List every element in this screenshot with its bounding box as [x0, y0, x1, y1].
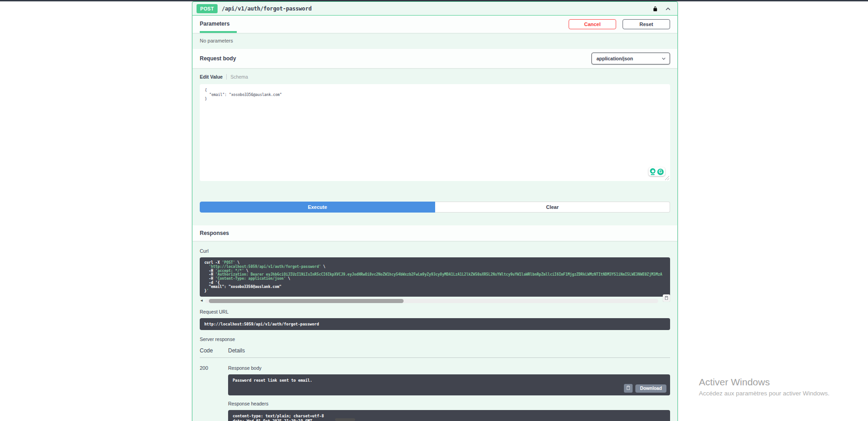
- headers-scrollbar-thumb[interactable]: [335, 418, 355, 421]
- tab-divider: [226, 74, 227, 80]
- tab-parameters[interactable]: Parameters: [200, 16, 237, 33]
- response-row: 200 Response body Password reset link se…: [200, 364, 670, 421]
- code-line: 'http://localhost:5059/api/v1/auth/forgo…: [204, 265, 666, 269]
- server-response-label: Server response: [200, 336, 670, 342]
- code-line: date: Wed,01 Oct 2025 21:30:19 GMT: [233, 419, 666, 421]
- request-url-label: Request URL: [200, 309, 670, 314]
- content-type-value: application/json: [596, 56, 633, 61]
- grammarly-widget[interactable]: [649, 167, 665, 176]
- copy-curl-button[interactable]: [663, 294, 670, 302]
- copy-response-button[interactable]: [624, 384, 633, 393]
- details-column-header: Details: [228, 347, 245, 354]
- lock-icon[interactable]: [653, 5, 658, 12]
- responses-title: Responses: [192, 225, 677, 241]
- download-button[interactable]: Download: [635, 384, 666, 393]
- code-line: }': [204, 289, 666, 293]
- curl-scrollbar-thumb[interactable]: [209, 299, 404, 303]
- chevron-down-icon: [661, 57, 666, 62]
- watermark-subtitle: Accédez aux paramètres pour activer Wind…: [699, 390, 830, 397]
- clipboard-icon: [664, 294, 669, 302]
- operation-header[interactable]: POST /api/v1/auth/forgot-password: [192, 2, 677, 16]
- watermark-title: Activer Windows: [699, 377, 830, 388]
- code-line: -H 'Content-Type: application/json' \: [204, 277, 666, 281]
- grammarly-icon[interactable]: [657, 169, 664, 175]
- request-body-title: Request body: [200, 55, 236, 62]
- request-body-editor[interactable]: { "email": "xosobo3356@auslank.com" }: [200, 84, 670, 181]
- method-badge: POST: [197, 4, 218, 13]
- reset-button[interactable]: Reset: [623, 19, 670, 29]
- content-type-select[interactable]: application/json: [591, 53, 670, 64]
- code-line: content-type: text/plain; charset=utf-8: [233, 414, 666, 418]
- response-headers-label: Response headers: [228, 401, 670, 406]
- curl-scrollbar-track[interactable]: [205, 299, 658, 303]
- chevron-up-icon[interactable]: [665, 5, 671, 11]
- status-code: 200: [200, 364, 228, 421]
- response-body-label: Response body: [228, 365, 670, 371]
- curl-label: Curl: [200, 248, 670, 254]
- grammarly-tone-icon[interactable]: [650, 168, 656, 175]
- no-parameters-text: No parameters: [192, 33, 677, 49]
- response-headers-value: content-type: text/plain; charset=utf-8d…: [228, 410, 670, 421]
- clear-button[interactable]: Clear: [435, 202, 670, 213]
- response-body-value: Password reset link sent to email.: [233, 378, 312, 383]
- curl-command: curl -X 'POST' \ 'http://localhost:5059/…: [200, 257, 670, 297]
- windows-watermark: Activer Windows Accédez aux paramètres p…: [699, 377, 830, 397]
- execute-button[interactable]: Execute: [200, 202, 435, 213]
- tab-edit-value[interactable]: Edit Value: [200, 74, 223, 80]
- endpoint-path: /api/v1/auth/forgot-password: [222, 5, 312, 12]
- request-url-value: http://localhost:5059/api/v1/auth/forgot…: [200, 318, 670, 330]
- code-line: "email": "xosobo3356@auslank.com": [204, 285, 666, 289]
- endpoint-panel: POST /api/v1/auth/forgot-password Parame…: [192, 1, 678, 421]
- clipboard-icon: [626, 385, 631, 391]
- scroll-left-arrow-icon[interactable]: [200, 298, 203, 304]
- cancel-button[interactable]: Cancel: [569, 19, 616, 29]
- tab-schema[interactable]: Schema: [230, 74, 248, 80]
- code-column-header: Code: [200, 347, 228, 354]
